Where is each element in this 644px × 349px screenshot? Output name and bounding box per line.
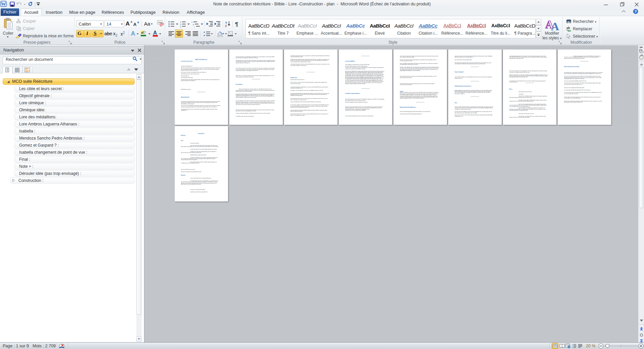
svg-text:3: 3 [180, 26, 181, 28]
svg-text:W: W [1, 2, 6, 7]
svg-text:Z: Z [225, 24, 227, 28]
svg-text:a: a [193, 24, 194, 26]
svg-text:2: 2 [180, 24, 181, 26]
svg-text:1: 1 [191, 21, 193, 23]
svg-text:¶: ¶ [235, 21, 238, 28]
svg-text:1: 1 [180, 21, 181, 23]
svg-text:A: A [551, 20, 559, 31]
svg-text:i: i [194, 26, 194, 28]
svg-text:A: A [225, 21, 227, 24]
svg-text:ac: ac [568, 29, 571, 32]
